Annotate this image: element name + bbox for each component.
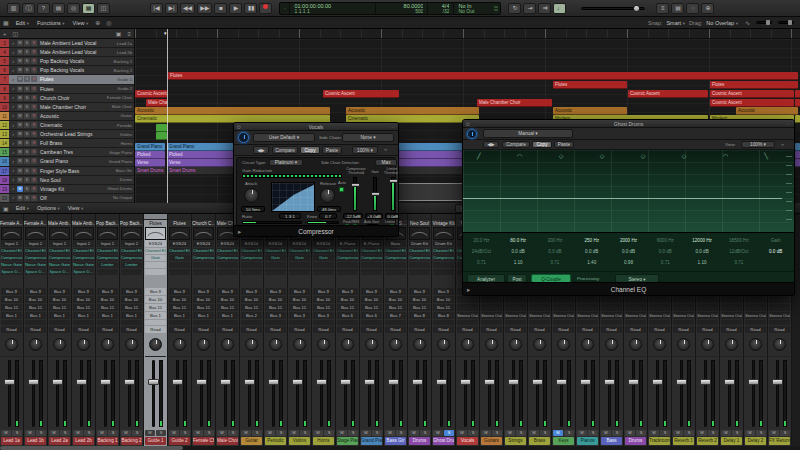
arrange-view-menu[interactable]: View ▾ [73,20,89,26]
strip-send-slot[interactable]: Bus 9 [1,288,22,295]
strip-send-slot[interactable]: Bus 10 [241,296,262,303]
strip-send-slot[interactable]: Bus 9 [433,288,454,295]
strip-send-slot[interactable]: Bus 10 [1,296,22,303]
comp-threshold-value[interactable]: -12.5dB [343,213,363,219]
strip-solo-button[interactable]: S [444,430,454,436]
strip-channel-label[interactable]: Lead 2a [49,437,70,445]
strip-channel-label[interactable]: Keys [553,437,574,445]
strip-eq-thumbnail[interactable] [25,227,46,240]
release-knob[interactable] [320,188,335,203]
eq-band-column[interactable]: 20.0 Hz24dB/Oct0.71 [463,233,500,271]
strip-channel-label[interactable]: Lead 1a [1,437,22,445]
strip-mute-button[interactable]: M [1,430,11,436]
track-solo-button[interactable]: S [24,168,30,174]
bar-ruler[interactable] [135,29,800,39]
strip-solo-button[interactable]: S [372,430,382,436]
strip-insert-slot[interactable] [409,269,430,275]
strip-channel-label[interactable]: Stage Piano [337,437,358,445]
track-name[interactable]: Vintage Kit [38,186,105,192]
strip-send-slot[interactable]: Bus 11 [241,304,262,311]
track-solo-button[interactable]: S [24,195,30,201]
region[interactable] [795,90,800,98]
strip-output-slot[interactable]: Bus 1 [97,312,118,319]
track-mute-button[interactable]: M [17,113,23,119]
track-row[interactable]: 5♪MSRPop Backing VocalsBacking 1 [0,57,134,66]
region[interactable]: Flutes [168,72,798,80]
strip-solo-button[interactable]: S [180,430,190,436]
strip-send-slot[interactable]: Bus 9 [409,288,430,295]
region[interactable]: Acoustic [135,107,330,115]
add-track-icon[interactable]: + [3,31,7,37]
eq-master-gain-column[interactable]: Gain0.0 dB [757,233,794,271]
toolbar-icon[interactable]: ▤ [52,3,65,14]
strip-insert-slot[interactable] [217,269,238,275]
strip-send-slot[interactable] [577,304,598,311]
strip-channel-label[interactable]: Vocals [457,437,478,445]
track-mute-button[interactable]: M [17,131,23,137]
strip-mute-button[interactable]: M [121,430,131,436]
link-icon[interactable]: ∞ [781,142,784,147]
strip-automation-slot[interactable]: Read [49,326,70,333]
copy-button[interactable]: Copy [532,141,552,148]
media-browser-icon[interactable]: ⊕ [701,3,714,14]
strip-channel-label[interactable]: Lead 1b [25,437,46,445]
strip-send-slot[interactable]: Bus 10 [385,296,406,303]
strip-input-slot[interactable]: EXS24 [145,240,166,247]
strip-send-slot[interactable] [649,296,670,303]
strip-send-slot[interactable] [553,296,574,303]
copy-button[interactable]: Copy [300,146,320,154]
track-solo-button[interactable]: S [24,49,30,55]
track-solo-button[interactable]: S [24,158,30,164]
strip-insert-slot[interactable]: Channel EQ [241,248,262,254]
strip-insert-slot[interactable]: Channel EQ [289,248,310,254]
strip-insert-slot[interactable]: Space D… [73,269,94,275]
pan-knob[interactable] [53,338,66,351]
strip-input-slot[interactable]: Drum Kit [433,240,454,247]
track-mute-button[interactable]: M [17,49,23,55]
strip-name[interactable]: Female A… [0,220,23,227]
strip-solo-button[interactable]: S [204,430,214,436]
track-row[interactable]: 20♪MSROffNo Output [0,194,134,203]
eq-band-shape-icon[interactable]: ◇ [641,152,646,159]
strip-solo-button[interactable]: S [12,430,22,436]
strip-channel-label[interactable]: Guide 1 [145,437,166,445]
strip-channel-label[interactable]: Pianos [577,437,598,445]
strip-output-slot[interactable]: Bus 1 [217,312,238,319]
strip-send-slot[interactable] [457,296,478,303]
volume-fader[interactable] [700,379,711,385]
track-row[interactable]: 19♪MSRVintage KitGhost Drums [0,185,134,194]
track-grid-icon[interactable]: ▦ [3,19,9,26]
strip-insert-slot[interactable] [337,262,358,268]
eq-band-shape-icon[interactable]: ◠ [517,152,522,159]
strip-send-slot[interactable]: Bus 11 [121,304,142,311]
strip-name[interactable]: Female A… [24,220,47,227]
strip-channel-label[interactable]: Ghost Drums [433,437,454,445]
strip-input-slot[interactable]: Bass [385,240,406,247]
strip-solo-button[interactable]: S [252,430,262,436]
strip-insert-slot[interactable]: Compressor [1,255,22,261]
strip-insert-slot[interactable]: Gain [169,255,190,261]
strip-output-slot[interactable]: Stereo Out [457,312,478,319]
strip-output-slot[interactable]: Bus 1 [49,312,70,319]
strip-solo-button[interactable]: S [636,430,646,436]
volume-fader[interactable] [772,379,783,385]
strip-send-slot[interactable]: Bus 10 [145,296,166,303]
strip-mute-button[interactable]: M [673,430,683,436]
strip-mute-button[interactable]: M [457,430,467,436]
strip-mute-button[interactable]: M [649,430,659,436]
strip-insert-slot[interactable]: Channel EQ [193,248,214,254]
strip-send-slot[interactable]: Bus 11 [193,304,214,311]
pan-knob[interactable] [437,338,450,351]
strip-send-slot[interactable] [625,304,646,311]
strip-output-slot[interactable]: Bus 1 [145,312,166,319]
mixer-strip[interactable]: FlutesEXS24Channel EQGainBus 9Bus 10Bus … [168,214,192,446]
autopunch-icon[interactable]: ⇥ [523,3,536,14]
strip-insert-slot[interactable]: Gain [145,255,166,261]
amount-menu[interactable]: 100% ▾ [352,146,378,154]
mixer-strip[interactable]: CinematicEXS24Channel EQGainBus 9Bus 10B… [264,214,288,446]
track-record-enable-button[interactable]: R [31,168,37,174]
strip-output-slot[interactable]: Bus 6 [361,312,382,319]
strip-input-slot[interactable]: Input 1 [1,240,22,247]
strip-automation-slot[interactable]: Read [433,326,454,333]
preset-menu[interactable]: User Default ▾ [253,133,315,142]
